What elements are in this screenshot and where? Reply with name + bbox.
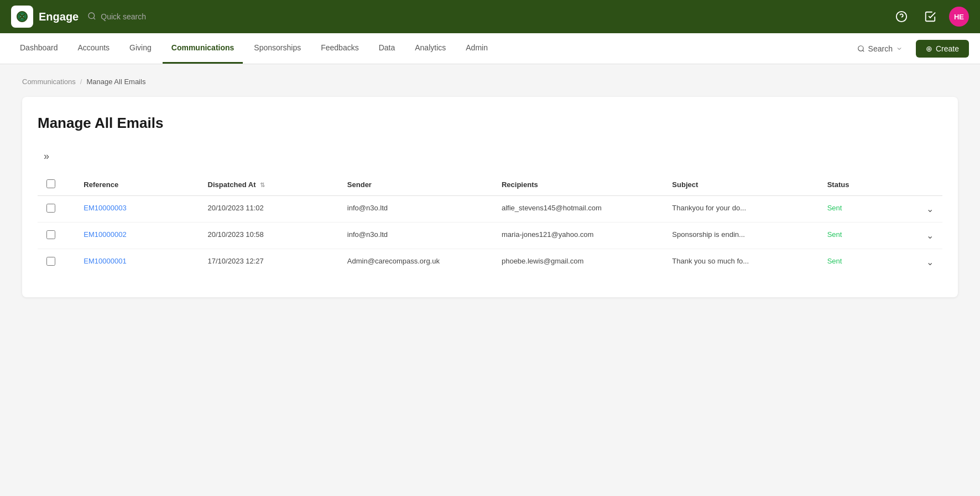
- top-bar-left: Engage Quick search: [11, 6, 146, 28]
- row-1-status: Sent: [819, 196, 896, 223]
- row-2-recipients: maria-jones121@yahoo.com: [493, 223, 663, 249]
- nav-item-dashboard[interactable]: Dashboard: [11, 33, 67, 64]
- top-bar-right: HE: [892, 7, 969, 27]
- row-3-dispatched: 17/10/2023 12:27: [199, 249, 338, 276]
- nav-items: Dashboard Accounts Giving Communications…: [11, 33, 497, 64]
- table-row: EM10000002 20/10/2023 10:58 info@n3o.ltd…: [38, 223, 942, 249]
- quick-search-label: Quick search: [101, 12, 146, 21]
- breadcrumb-separator: /: [80, 78, 82, 86]
- row-1-recipients: alfie_stevens145@hotmail.com: [493, 196, 663, 223]
- nav-item-accounts[interactable]: Accounts: [69, 33, 119, 64]
- col-header-recipients: Recipients: [493, 174, 663, 196]
- col-header-reference: Reference: [75, 174, 199, 196]
- breadcrumb: Communications / Manage All Emails: [22, 78, 958, 86]
- app-title: Engage: [39, 11, 79, 23]
- top-bar: Engage Quick search HE: [0, 0, 980, 33]
- row-1-expand-button[interactable]: ⌄: [905, 204, 934, 214]
- row-2-subject: Sponsorship is endin...: [663, 223, 818, 249]
- row-checkbox-cell: [38, 249, 75, 276]
- svg-point-0: [88, 13, 95, 19]
- nav-item-giving[interactable]: Giving: [121, 33, 160, 64]
- row-2-sender: info@n3o.ltd: [338, 223, 493, 249]
- row-1-dispatched: 20/10/2023 11:02: [199, 196, 338, 223]
- select-all-checkbox[interactable]: [46, 179, 55, 188]
- row-2-status: Sent: [819, 223, 896, 249]
- expand-panel-button[interactable]: »: [38, 147, 55, 165]
- nav-item-data[interactable]: Data: [370, 33, 404, 64]
- col-header-subject: Subject: [663, 174, 818, 196]
- create-label: Create: [936, 44, 959, 53]
- table-header: Reference Dispatched At ⇅ Sender Recipie…: [38, 174, 942, 196]
- email-table: Reference Dispatched At ⇅ Sender Recipie…: [38, 174, 942, 275]
- table-body: EM10000003 20/10/2023 11:02 info@n3o.ltd…: [38, 196, 942, 276]
- quick-search-bar[interactable]: Quick search: [87, 12, 146, 22]
- main-card: Manage All Emails » Reference Dispatched…: [22, 97, 958, 297]
- table-row: EM10000001 17/10/2023 12:27 Admin@careco…: [38, 249, 942, 276]
- col-header-sender: Sender: [338, 174, 493, 196]
- row-1-subject: Thankyou for your do...: [663, 196, 818, 223]
- row-checkbox-cell: [38, 196, 75, 223]
- search-label: Search: [868, 44, 893, 53]
- row-checkbox-cell: [38, 223, 75, 249]
- svg-point-3: [858, 45, 863, 50]
- breadcrumb-current: Manage All Emails: [86, 78, 145, 86]
- row-3-subject: Thank you so much fo...: [663, 249, 818, 276]
- nav-right: Search ⊕ Create: [851, 40, 969, 58]
- secondary-nav: Dashboard Accounts Giving Communications…: [0, 33, 980, 64]
- nav-item-admin[interactable]: Admin: [457, 33, 497, 64]
- row-2-reference: EM10000002: [75, 223, 199, 249]
- breadcrumb-parent[interactable]: Communications: [22, 78, 76, 86]
- logo-icon: [11, 6, 33, 28]
- row-1-sender: info@n3o.ltd: [338, 196, 493, 223]
- page-title: Manage All Emails: [38, 115, 942, 132]
- row-3-reference: EM10000001: [75, 249, 199, 276]
- col-header-dispatched[interactable]: Dispatched At ⇅: [199, 174, 338, 196]
- row-3-checkbox[interactable]: [46, 257, 55, 266]
- create-icon: ⊕: [926, 44, 932, 53]
- logo-container: Engage: [11, 6, 79, 28]
- row-3-status: Sent: [819, 249, 896, 276]
- row-2-expand: ⌄: [896, 223, 942, 249]
- nav-item-feedbacks[interactable]: Feedbacks: [312, 33, 367, 64]
- table-row: EM10000003 20/10/2023 11:02 info@n3o.ltd…: [38, 196, 942, 223]
- row-3-expand-button[interactable]: ⌄: [905, 257, 934, 267]
- nav-item-analytics[interactable]: Analytics: [406, 33, 455, 64]
- col-header-action: [896, 174, 942, 196]
- row-3-expand: ⌄: [896, 249, 942, 276]
- row-3-recipients: phoebe.lewis@gmail.com: [493, 249, 663, 276]
- page-content: Communications / Manage All Emails Manag…: [0, 64, 980, 311]
- search-icon: [87, 12, 96, 22]
- row-1-checkbox[interactable]: [46, 204, 55, 213]
- row-1-reference-link[interactable]: EM10000003: [84, 204, 126, 212]
- sort-icon: ⇅: [260, 182, 265, 188]
- row-1-expand: ⌄: [896, 196, 942, 223]
- user-avatar[interactable]: HE: [949, 7, 969, 27]
- notifications-button[interactable]: [920, 7, 940, 27]
- row-3-sender: Admin@carecompass.org.uk: [338, 249, 493, 276]
- row-2-checkbox[interactable]: [46, 230, 55, 239]
- col-header-status: Status: [819, 174, 896, 196]
- create-button[interactable]: ⊕ Create: [916, 40, 969, 58]
- row-2-expand-button[interactable]: ⌄: [905, 230, 934, 241]
- row-1-reference: EM10000003: [75, 196, 199, 223]
- row-2-reference-link[interactable]: EM10000002: [84, 230, 126, 239]
- nav-item-communications[interactable]: Communications: [163, 33, 243, 64]
- search-button[interactable]: Search: [851, 41, 909, 56]
- row-2-dispatched: 20/10/2023 10:58: [199, 223, 338, 249]
- row-3-reference-link[interactable]: EM10000001: [84, 257, 126, 265]
- select-all-header: [38, 174, 75, 196]
- help-button[interactable]: [892, 7, 911, 27]
- nav-item-sponsorships[interactable]: Sponsorships: [245, 33, 310, 64]
